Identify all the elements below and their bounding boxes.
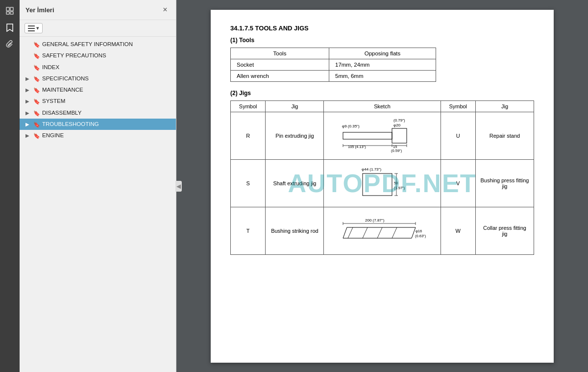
- sidebar-item-system[interactable]: ▶ 🔖 SYSTEM: [20, 96, 176, 107]
- jigs-symbol-t: T: [231, 207, 266, 255]
- bookmark-icon: 🔖: [33, 75, 40, 82]
- svg-rect-3: [10, 12, 13, 14]
- jigs-subtitle: (2) Jigs: [230, 90, 534, 97]
- sidebar-item-engine[interactable]: ▶ 🔖 ENGINE: [20, 130, 176, 141]
- sidebar-item-disassembly[interactable]: ▶ 🔖 DISASSEMBLY: [20, 107, 176, 119]
- sidebar-resize-handle[interactable]: [173, 0, 176, 372]
- view-dropdown-arrow: ▾: [36, 25, 39, 31]
- shaft-extruding-sketch: φ44 (1.73") 50 (1.97"): [343, 164, 421, 203]
- bookmark-icon: 🔖: [33, 110, 40, 117]
- bookmark-icon: 🔖: [33, 87, 40, 94]
- svg-rect-6: [28, 30, 35, 31]
- jigs-sketch-pin: φ9 (0.35") φ20 (0.79") 105 (4.13") 15 (0…: [324, 112, 441, 160]
- jigs-sketch-shaft: φ44 (1.73") 50 (1.97"): [324, 160, 441, 207]
- svg-marker-27: [343, 227, 416, 238]
- view-options-button[interactable]: ▾: [24, 23, 43, 33]
- tools-col-header-tools: Tools: [231, 48, 329, 59]
- pin-extruding-sketch: φ9 (0.35") φ20 (0.79") 105 (4.13") 15 (0…: [338, 118, 426, 154]
- table-row: S Shaft extruding jig φ44 (1.73") 50: [231, 160, 534, 207]
- svg-text:(0.59"): (0.59"): [391, 149, 402, 153]
- sidebar-item-maintenance[interactable]: ▶ 🔖 MAINTENANCE: [20, 84, 176, 96]
- sidebar: Yer İmleri × ▾ 🔖 GENERAL SAFETY INFORMAT…: [20, 0, 176, 372]
- table-row: Allen wrench 5mm, 6mm: [231, 71, 436, 82]
- bookmark-icon: 🔖: [33, 98, 40, 105]
- bookmarks-icon[interactable]: [3, 21, 17, 34]
- jigs-col-header-symbol1: Symbol: [231, 101, 266, 112]
- left-toolbar: [0, 0, 20, 372]
- sidebar-label-troubleshooting: TROUBLESHOOTING: [42, 121, 172, 128]
- expand-arrow-specifications[interactable]: ▶: [25, 75, 31, 82]
- expand-arrow-troubleshooting[interactable]: ▶: [25, 121, 31, 127]
- sidebar-content: 🔖 GENERAL SAFETY INFORMATION 🔖 SAFETY PR…: [20, 37, 176, 372]
- main-content: AUTOPDF.NET 34.1.7.5 TOOLS AND JIGS (1) …: [176, 0, 588, 372]
- sidebar-title: Yer İmleri: [25, 6, 54, 14]
- jigs-jig-pin: Pin extruding jig: [266, 112, 324, 160]
- sidebar-label-general-safety: GENERAL SAFETY INFORMATION: [42, 41, 172, 48]
- bookmark-icon-active: 🔖: [33, 121, 40, 128]
- jigs-symbol-w: W: [441, 207, 475, 255]
- svg-rect-7: [343, 132, 392, 139]
- sidebar-label-maintenance: MAINTENANCE: [42, 86, 172, 94]
- sidebar-item-safety-precautions[interactable]: 🔖 SAFETY PRECAUTIONS: [20, 50, 176, 61]
- bookmark-icon: 🔖: [33, 64, 40, 71]
- svg-text:φ9 (0.35"): φ9 (0.35"): [342, 124, 360, 128]
- svg-line-28: [348, 227, 353, 238]
- svg-text:50: 50: [394, 181, 398, 185]
- pages-icon[interactable]: [3, 4, 17, 18]
- expand-arrow-engine[interactable]: ▶: [25, 132, 31, 139]
- tools-cell-socket-size: 17mm, 24mm: [329, 59, 436, 71]
- tools-cell-allen-size: 5mm, 6mm: [329, 71, 436, 82]
- sidebar-label-safety-precautions: SAFETY PRECAUTIONS: [42, 52, 172, 59]
- svg-text:φ16: φ16: [416, 229, 422, 233]
- svg-text:φ20: φ20: [393, 123, 401, 127]
- jigs-sketch-bushing: 200 (7.87") φ16 (0.63"): [324, 207, 441, 255]
- jigs-table: Symbol Jig Sketch Symbol Jig R Pin extru…: [230, 100, 534, 255]
- sidebar-item-specifications[interactable]: ▶ 🔖 SPECIFICATIONS: [20, 73, 176, 84]
- bushing-striking-sketch: 200 (7.87") φ16 (0.63"): [338, 214, 426, 248]
- svg-rect-8: [392, 128, 407, 143]
- svg-rect-5: [28, 28, 35, 29]
- tools-subtitle: (1) Tools: [230, 37, 534, 44]
- svg-text:(0.79"): (0.79"): [393, 118, 405, 123]
- sidebar-item-general-safety[interactable]: 🔖 GENERAL SAFETY INFORMATION: [20, 39, 176, 50]
- pdf-page: AUTOPDF.NET 34.1.7.5 TOOLS AND JIGS (1) …: [211, 10, 554, 363]
- attachments-icon[interactable]: [3, 37, 17, 51]
- svg-line-31: [392, 227, 397, 238]
- sidebar-item-index[interactable]: 🔖 INDEX: [20, 62, 176, 73]
- expand-arrow-disassembly[interactable]: ▶: [25, 110, 31, 116]
- jigs-col-header-symbol2: Symbol: [441, 101, 475, 112]
- jigs-symbol-u: U: [441, 112, 475, 160]
- svg-rect-20: [363, 174, 392, 196]
- svg-text:φ44 (1.73"): φ44 (1.73"): [362, 167, 381, 172]
- expand-arrow-maintenance[interactable]: ▶: [25, 87, 31, 93]
- jigs-jig-bushing-rod: Bushing striking rod: [266, 207, 324, 255]
- sidebar-label-disassembly: DISASSEMBLY: [42, 109, 172, 117]
- svg-line-30: [377, 227, 382, 238]
- tools-cell-socket: Socket: [231, 59, 329, 71]
- expand-arrow-system[interactable]: ▶: [25, 98, 31, 104]
- jigs-col-header-sketch: Sketch: [324, 101, 441, 112]
- svg-text:(1.97"): (1.97"): [394, 186, 405, 190]
- jigs-col-header-jig1: Jig: [266, 101, 324, 112]
- svg-rect-2: [6, 12, 9, 14]
- tools-col-header-opposing: Opposing flats: [329, 48, 436, 59]
- jigs-jig-collar: Collar press fitting jig: [475, 207, 534, 255]
- jigs-symbol-s: S: [231, 160, 266, 207]
- svg-rect-0: [6, 7, 9, 11]
- svg-text:(0.63"): (0.63"): [415, 234, 426, 238]
- svg-line-29: [363, 227, 368, 238]
- sidebar-label-specifications: SPECIFICATIONS: [42, 75, 172, 82]
- jigs-jig-repair: Repair stand: [475, 112, 534, 160]
- bookmark-icon: 🔖: [33, 52, 40, 59]
- svg-text:105 (4.13"): 105 (4.13"): [348, 145, 366, 149]
- sidebar-item-troubleshooting[interactable]: ▶ 🔖 TROUBLESHOOTING: [20, 119, 176, 130]
- sidebar-close-button[interactable]: ×: [160, 5, 170, 15]
- tools-table: Tools Opposing flats Socket 17mm, 24mm A…: [230, 48, 436, 82]
- jigs-symbol-r: R: [231, 112, 266, 160]
- bookmark-icon: 🔖: [33, 132, 40, 139]
- sidebar-toolbar: ▾: [20, 20, 176, 37]
- sidebar-label-system: SYSTEM: [42, 98, 172, 105]
- jigs-symbol-v: V: [441, 160, 475, 207]
- sidebar-header: Yer İmleri ×: [20, 0, 176, 20]
- svg-rect-4: [28, 25, 35, 26]
